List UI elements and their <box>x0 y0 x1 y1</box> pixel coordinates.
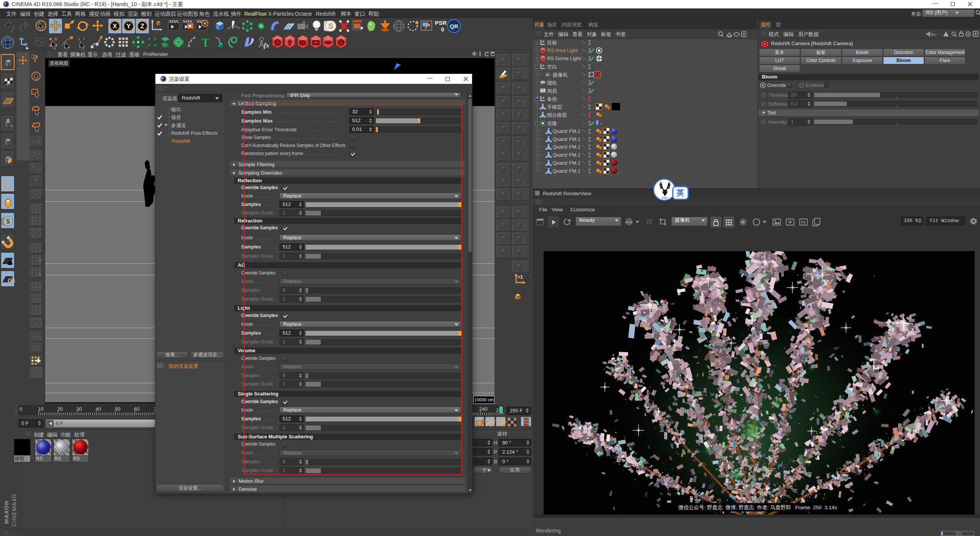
svg-text:=1: =1 <box>518 275 523 280</box>
svg-text:fx: fx <box>264 42 270 49</box>
svg-text:PSR: PSR <box>435 20 447 26</box>
svg-text:X: X <box>113 23 117 30</box>
svg-text:0: 0 <box>542 40 544 43</box>
svg-text:0: 0 <box>542 64 544 67</box>
svg-text:PV: PV <box>801 221 806 224</box>
svg-text:0: 0 <box>441 26 444 33</box>
svg-text:Y: Y <box>126 23 131 30</box>
svg-text:QR: QR <box>450 23 459 29</box>
svg-text:T: T <box>201 36 209 49</box>
svg-text:S: S <box>328 22 333 30</box>
svg-text:0: 0 <box>542 96 544 100</box>
svg-text:S: S <box>6 218 10 225</box>
svg-text:P: P <box>500 419 503 425</box>
svg-text:Z: Z <box>140 23 144 30</box>
svg-text:微信公众号: 野鹿志 微博: 野鹿志 作者: 马鹿野郎: 微信公众号: 野鹿志 微博: 野鹿志 作者: 马鹿野郎 Frame 250 3.… <box>678 505 837 510</box>
svg-text:RGB: RGB <box>626 221 632 224</box>
svg-text:野鹿志: 野鹿志 <box>662 197 668 199</box>
